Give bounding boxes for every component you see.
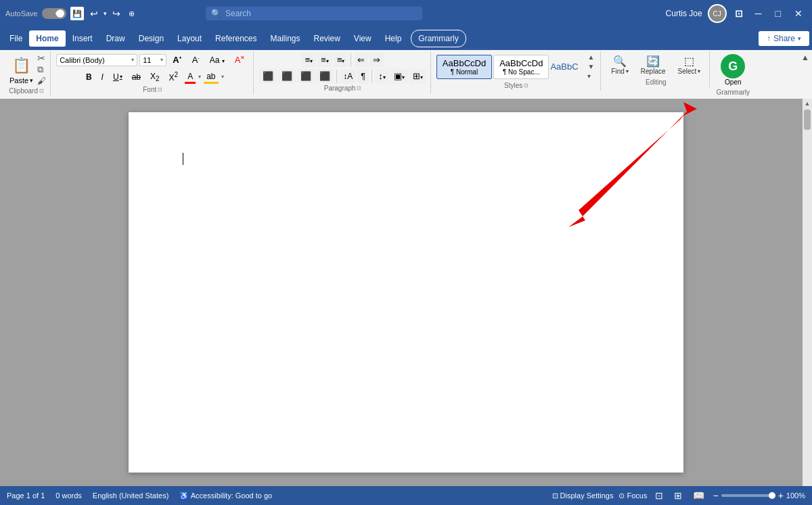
redo-button[interactable]: ↪ bbox=[110, 7, 122, 20]
save-icon[interactable]: 💾 bbox=[70, 7, 84, 20]
accessibility-label[interactable]: ♿ Accessibility: Good to go bbox=[179, 491, 272, 500]
menu-home[interactable]: Home bbox=[29, 30, 65, 47]
zoom-out-button[interactable]: − bbox=[713, 490, 718, 501]
style-no-spacing[interactable]: AaBbCcDd ¶ No Spac... bbox=[493, 55, 549, 79]
font-expander[interactable]: ⊡ bbox=[158, 87, 162, 93]
title-bar-left: AutoSave Off 💾 ↩ ▾ ↪ ⊕ bbox=[5, 7, 206, 20]
format-painter-icon[interactable]: 🖌 bbox=[37, 76, 46, 86]
bold-button[interactable]: B bbox=[82, 70, 96, 84]
font-case-button[interactable]: Aa ▾ bbox=[206, 53, 229, 67]
print-layout-button[interactable]: ⊡ bbox=[652, 489, 666, 502]
align-center-button[interactable]: ⬛ bbox=[278, 69, 296, 83]
menu-help[interactable]: Help bbox=[378, 30, 409, 47]
menu-design[interactable]: Design bbox=[132, 30, 171, 47]
maximize-button[interactable]: □ bbox=[771, 7, 785, 20]
font-size-select[interactable]: 11 ▾ bbox=[139, 54, 166, 66]
style-normal[interactable]: AaBbCcDd ¶ Normal bbox=[436, 55, 492, 79]
align-left-button[interactable]: ⬛ bbox=[259, 69, 277, 83]
zoom-in-button[interactable]: + bbox=[778, 490, 784, 501]
font-family-dropdown-arrow[interactable]: ▾ bbox=[131, 57, 134, 63]
align-right-button[interactable]: ⬛ bbox=[297, 69, 315, 83]
font-row1: Calibri (Body) ▾ 11 ▾ A+ A- Aa ▾ A✕ bbox=[56, 53, 249, 67]
strikethrough-button[interactable]: ab bbox=[128, 70, 145, 84]
clear-formatting-button[interactable]: A✕ bbox=[231, 53, 250, 67]
menu-file[interactable]: File bbox=[3, 30, 29, 47]
zoom-level[interactable]: 100% bbox=[786, 491, 805, 500]
font-row2: B I U ▾ ab X2 X2 A ▾ ab bbox=[82, 69, 224, 85]
line-spacing-button[interactable]: ↕▾ bbox=[375, 69, 389, 83]
underline-button[interactable]: U ▾ bbox=[109, 70, 127, 84]
font-family-select[interactable]: Calibri (Body) ▾ bbox=[56, 54, 137, 66]
bullets-button[interactable]: ≡▾ bbox=[302, 53, 317, 67]
styles-expand[interactable]: ▾ bbox=[585, 72, 596, 80]
superscript-button[interactable]: X2 bbox=[165, 69, 183, 85]
menu-review[interactable]: Review bbox=[307, 30, 347, 47]
find-label: Find ▾ bbox=[611, 68, 628, 75]
zoom-slider[interactable] bbox=[721, 494, 775, 497]
font-color-dropdown[interactable]: ▾ bbox=[198, 74, 201, 80]
sort-button[interactable]: ↕A bbox=[340, 70, 356, 83]
menu-insert[interactable]: Insert bbox=[66, 30, 99, 47]
search-placeholder[interactable]: Search bbox=[225, 9, 251, 18]
language-label[interactable]: English (United States) bbox=[93, 491, 169, 500]
highlight-button[interactable]: ab bbox=[202, 70, 219, 85]
highlight-dropdown[interactable]: ▾ bbox=[221, 74, 224, 80]
autosave-toggle[interactable]: Off bbox=[42, 8, 66, 19]
menu-draw[interactable]: Draw bbox=[99, 30, 132, 47]
shading-button[interactable]: ▣▾ bbox=[390, 69, 408, 83]
subscript-button[interactable]: X2 bbox=[146, 70, 164, 85]
numbering-button[interactable]: ≡▾ bbox=[317, 53, 332, 67]
customize-button[interactable]: ⊕ bbox=[127, 8, 137, 20]
italic-button[interactable]: I bbox=[97, 70, 108, 84]
menu-grammarly[interactable]: Grammarly bbox=[411, 30, 466, 47]
styles-expander[interactable]: ⊡ bbox=[524, 82, 528, 89]
increase-indent-button[interactable]: ⇒ bbox=[369, 53, 384, 67]
open-grammarly-button[interactable]: G Open bbox=[715, 53, 750, 87]
font-grow-button[interactable]: A+ bbox=[168, 53, 185, 67]
copy-icon[interactable]: ⧉ bbox=[37, 64, 46, 75]
find-dropdown[interactable]: ▾ bbox=[626, 68, 629, 74]
paste-dropdown-icon[interactable]: ▾ bbox=[30, 77, 33, 84]
menu-layout[interactable]: Layout bbox=[171, 30, 208, 47]
share-button[interactable]: ↑ Share ▾ bbox=[759, 31, 809, 46]
clipboard-expander[interactable]: ⊡ bbox=[39, 88, 44, 94]
font-size-dropdown-arrow[interactable]: ▾ bbox=[160, 57, 163, 63]
menu-references[interactable]: References bbox=[208, 30, 263, 47]
font-color-button[interactable]: A bbox=[183, 70, 197, 85]
styles-label-text: Styles bbox=[504, 82, 522, 89]
select-dropdown[interactable]: ▾ bbox=[698, 68, 700, 74]
find-button[interactable]: 🔍 Find ▾ bbox=[606, 53, 633, 77]
scroll-thumb[interactable] bbox=[804, 110, 811, 130]
select-button[interactable]: ⬚ Select ▾ bbox=[673, 53, 706, 77]
ribbon-collapse-button[interactable]: ▲ bbox=[801, 53, 809, 62]
restore-window-icon[interactable]: ⊡ bbox=[732, 7, 746, 20]
minimize-button[interactable]: ─ bbox=[751, 7, 766, 20]
vertical-scrollbar[interactable]: ▲ bbox=[803, 99, 812, 486]
menu-mailings[interactable]: Mailings bbox=[263, 30, 307, 47]
menu-view[interactable]: View bbox=[347, 30, 378, 47]
cut-icon[interactable]: ✂ bbox=[37, 53, 46, 64]
display-settings-button[interactable]: ⊡ Display Settings bbox=[552, 491, 614, 500]
undo-dropdown[interactable]: ▾ bbox=[102, 9, 109, 18]
font-shrink-button[interactable]: A- bbox=[188, 53, 204, 67]
paste-button[interactable]: 📋 Paste ▾ bbox=[7, 53, 36, 86]
style-partial[interactable]: AaBbC bbox=[550, 62, 584, 72]
styles-scroll-up[interactable]: ▲ bbox=[585, 53, 596, 62]
user-avatar[interactable]: CJ bbox=[708, 4, 727, 23]
web-layout-button[interactable]: ⊞ bbox=[671, 489, 685, 502]
multilevel-button[interactable]: ≡▾ bbox=[334, 53, 348, 67]
show-marks-button[interactable]: ¶ bbox=[357, 69, 369, 83]
styles-scroll-down[interactable]: ▼ bbox=[585, 62, 596, 71]
replace-button[interactable]: 🔄 Replace bbox=[636, 53, 671, 77]
decrease-indent-button[interactable]: ⇐ bbox=[354, 53, 368, 67]
undo-button[interactable]: ↩ bbox=[88, 7, 100, 20]
borders-button[interactable]: ⊞▾ bbox=[409, 69, 426, 83]
close-button[interactable]: ✕ bbox=[790, 7, 807, 20]
search-box[interactable]: 🔍 Search bbox=[206, 7, 422, 20]
justify-button[interactable]: ⬛ bbox=[316, 69, 334, 83]
focus-button[interactable]: ⊙ Focus bbox=[618, 491, 647, 500]
document-page[interactable] bbox=[129, 112, 683, 473]
paragraph-expander[interactable]: ⊡ bbox=[357, 85, 361, 91]
scroll-up-button[interactable]: ▲ bbox=[803, 99, 812, 108]
read-mode-button[interactable]: 📖 bbox=[690, 489, 707, 502]
